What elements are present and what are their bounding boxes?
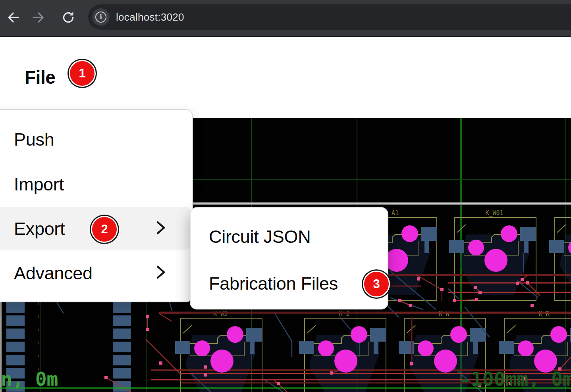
coordinate-readout-right: -100mm, 0m	[459, 368, 571, 390]
badge-number: 3	[373, 277, 380, 291]
chevron-right-icon	[156, 263, 166, 284]
coordinate-readout-left: n, 0m	[1, 368, 58, 390]
info-icon: i	[95, 12, 106, 23]
url-bar[interactable]: i localhost:3020	[88, 4, 571, 30]
chevron-right-icon	[156, 219, 166, 239]
annotation-badge-3: 3	[363, 271, 390, 298]
back-button[interactable]	[4, 10, 20, 26]
menu-item-label: Push	[14, 129, 54, 150]
file-dropdown-menu: Push Import Export Advanced	[0, 109, 193, 302]
menu-item-label: Import	[14, 174, 64, 195]
svg-text:A1: A1	[392, 209, 399, 217]
annotation-badge-1: 1	[69, 60, 96, 87]
menu-item-import[interactable]: Import	[0, 165, 192, 204]
badge-number: 2	[101, 222, 108, 236]
svg-text:K_R: K_R	[538, 310, 550, 317]
submenu-item-label: Circuit JSON	[209, 227, 311, 247]
annotation-badge-2: 2	[91, 216, 118, 243]
reload-icon	[61, 10, 75, 26]
url-text: localhost:3020	[116, 11, 184, 23]
reload-button[interactable]	[60, 10, 76, 26]
site-info-button[interactable]: i	[92, 8, 110, 26]
submenu-item-fabrication-files[interactable]: Fabrication Files	[191, 265, 388, 303]
svg-text:K_W: K_W	[438, 310, 449, 317]
back-arrow-icon	[5, 10, 19, 26]
submenu-item-circuit-json[interactable]: Circuit JSON	[191, 218, 388, 256]
forward-button[interactable]	[32, 10, 48, 26]
menu-item-label: Export	[14, 219, 65, 239]
badge-number: 1	[79, 66, 85, 81]
svg-text:K_W5: K_W5	[213, 310, 228, 317]
browser-toolbar: i localhost:3020	[0, 0, 571, 37]
menu-item-advanced[interactable]: Advanced	[0, 254, 192, 292]
file-menu-trigger[interactable]: File	[25, 67, 55, 88]
svg-text:K_2: K_2	[339, 310, 349, 317]
forward-arrow-icon	[33, 10, 47, 26]
export-submenu: Circuit JSON Fabrication Files	[190, 207, 388, 309]
submenu-item-label: Fabrication Files	[209, 273, 338, 294]
menu-item-label: Advanced	[14, 263, 93, 284]
menu-item-push[interactable]: Push	[0, 121, 192, 159]
svg-text:K_W01: K_W01	[485, 209, 503, 217]
